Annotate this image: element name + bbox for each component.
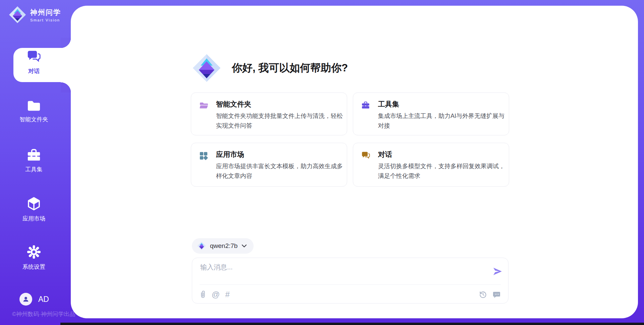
window-bottom-edge [60,323,644,325]
card-description: 智能文件夹功能支持批量文件上传与清洗，轻松实现文件问答 [216,111,343,131]
user-account[interactable]: AD [19,293,49,306]
topic-icon[interactable]: # [225,290,229,299]
market-icon [199,151,208,160]
sidebar-item-toolset[interactable]: 工具集 [0,148,68,173]
chevron-down-icon [241,244,247,248]
model-selector[interactable]: qwen2:7b [192,238,254,254]
brand-name: 神州问学 [30,8,61,17]
sidebar-item-label: 系统设置 [0,263,68,271]
sidebar-item-label: 工具集 [0,166,68,173]
composer-toolbar: @ # [200,289,501,300]
user-initials: AD [38,295,49,304]
active-nav-curve-bottom [61,82,71,92]
sidebar-item-smart-folder[interactable]: 智能文件夹 [0,99,68,123]
brand-diamond-icon [9,6,26,23]
card-title: 工具集 [378,100,399,109]
card-chat[interactable]: 对话 灵活切换多模型文件，支持多样回复效果调试，满足个性化需求 [353,143,509,187]
attachment-icon[interactable] [200,290,206,299]
card-description: 灵活切换多模型文件，支持多样回复效果调试，满足个性化需求 [378,161,505,181]
sidebar-item-app-market[interactable]: 应用市场 [0,196,68,222]
message-composer: @ # [192,258,508,304]
history-icon[interactable] [479,290,487,299]
greeting-block: 你好, 我可以如何帮助你? [192,54,348,82]
card-app-market[interactable]: 应用市场 应用市场提供丰富长文本模板，助力高效生成多样化文章内容 [191,143,347,187]
quick-reply-icon[interactable] [492,290,501,299]
chat-icon [26,50,41,64]
cube-icon [26,196,41,211]
sidebar-item-label: 应用市场 [0,215,68,222]
sidebar-item-label: 智能文件夹 [0,116,68,123]
toolbox-icon [361,101,370,109]
gear-icon [26,245,41,259]
card-title: 应用市场 [216,150,244,159]
copyright-footer: ©神州数码·神州问学出品 [12,310,75,318]
card-title: 智能文件夹 [216,100,251,109]
brand-diamond-icon [192,54,221,82]
sidebar-item-settings[interactable]: 系统设置 [0,245,68,271]
card-smart-folder[interactable]: 智能文件夹 智能文件夹功能支持批量文件上传与清洗，轻松实现文件问答 [191,92,347,135]
chat-icon [361,151,370,160]
avatar [19,293,32,306]
mention-icon[interactable]: @ [212,290,220,299]
sidebar-item-label: 对话 [0,67,68,75]
brand-subtitle: Smart Vision [30,18,61,22]
active-nav-curve-top [61,38,71,48]
folder-icon [26,99,41,112]
brand-diamond-icon [197,242,206,250]
composer-divider [200,284,501,285]
card-title: 对话 [378,150,392,159]
sidebar-item-chat[interactable]: 对话 [0,50,68,75]
toolbox-icon [26,148,41,162]
folder-icon [199,101,209,109]
model-name: qwen2:7b [210,242,237,250]
card-description: 应用市场提供丰富长文本模板，助力高效生成多样化文章内容 [216,161,343,181]
greeting-text: 你好, 我可以如何帮助你? [232,61,348,75]
message-input[interactable] [200,263,475,282]
send-icon[interactable] [492,266,503,277]
card-toolset[interactable]: 工具集 集成市场上主流工具，助力AI与外界无缝扩展与对接 [353,92,509,135]
brand-logo: 神州问学 Smart Vision [9,6,61,23]
card-description: 集成市场上主流工具，助力AI与外界无缝扩展与对接 [378,111,505,131]
user-avatar-icon [22,296,30,303]
